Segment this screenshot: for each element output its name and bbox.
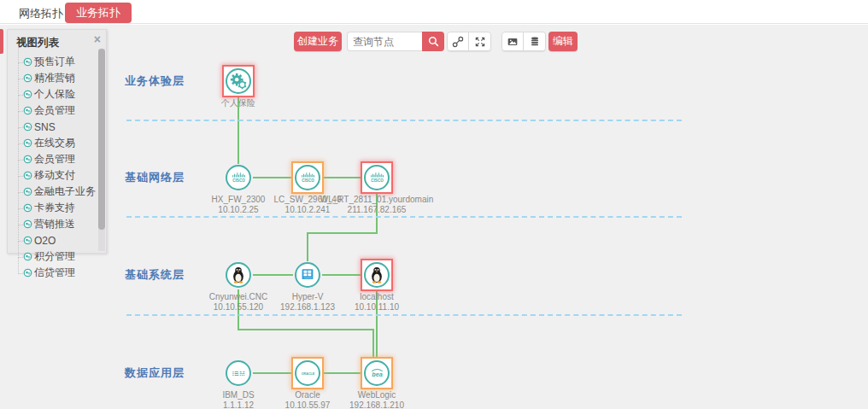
node-list-button[interactable] <box>524 32 546 51</box>
fullscreen-icon <box>473 35 487 49</box>
linux-icon <box>226 262 251 288</box>
view-list-item-label: 个人保险 <box>34 87 75 102</box>
view-list-item-label: SNS <box>34 121 56 133</box>
link-mode-button[interactable] <box>447 32 469 51</box>
view-list-item-label: 积分管理 <box>34 249 75 264</box>
view-list-item[interactable]: 营销推送 <box>16 216 106 232</box>
edit-button[interactable]: 编辑 <box>548 32 578 51</box>
view-list-item[interactable]: 积分管理 <box>16 248 106 265</box>
view-list-item-label: 预售订单 <box>34 55 75 69</box>
svg-text:CISCO: CISCO <box>232 178 245 183</box>
topology-node-ibm-ds[interactable]: IBM <box>224 359 253 388</box>
topology-node-personal-insurance[interactable] <box>222 65 255 97</box>
svg-text:Windows: Windows <box>303 277 312 279</box>
export-image-button[interactable] <box>501 32 524 51</box>
oracle-icon: ORACLE <box>295 360 320 386</box>
view-list-item-label: 会员管理 <box>34 152 75 167</box>
view-icon <box>23 73 32 83</box>
topology-node-weblogic[interactable]: bea <box>361 357 393 389</box>
view-icon <box>23 138 32 148</box>
layer-label: 业务体验层 <box>125 73 185 89</box>
topology-node-localhost[interactable] <box>361 259 393 291</box>
view-list-item-label: O2O <box>34 235 56 247</box>
cisco-icon: CISCO <box>295 165 320 190</box>
image-icon <box>506 35 519 49</box>
view-icon <box>23 187 32 196</box>
svg-text:CISCO: CISCO <box>371 178 384 183</box>
node-label: WebLogic192.168.1.210 <box>304 390 449 409</box>
cisco-icon: CISCO <box>226 165 251 190</box>
left-accent-strip <box>0 29 3 54</box>
topology-canvas[interactable]: 业务体验层基础网络层基础系统层数据应用层个人保险CISCOHX_FW_23001… <box>0 25 868 409</box>
link-icon <box>451 35 465 49</box>
view-list-item[interactable]: 个人保险 <box>16 86 106 102</box>
view-list-item-label: 营销推送 <box>34 217 75 231</box>
view-icon <box>23 106 32 115</box>
top-tab-bar: 网络拓扑 业务拓扑 <box>0 0 868 24</box>
node-label: Cnyunwei.CNC10.10.55.120 <box>166 292 311 313</box>
bea-icon: bea <box>364 360 390 386</box>
node-label: 个人保险 <box>166 98 311 108</box>
view-list-item-label: 金融电子业务 <box>34 184 96 199</box>
view-icon <box>23 268 32 278</box>
layer-separator <box>126 120 682 121</box>
view-list-panel: 视图列表 × 预售订单精准营销个人保险会员管理SNS在线交易会员管理移动支付金融… <box>7 29 107 254</box>
node-search <box>347 32 444 51</box>
view-icon <box>23 219 32 229</box>
view-list-item[interactable]: 预售订单 <box>16 54 106 70</box>
cisco-icon: CISCO <box>364 165 390 190</box>
view-list-item-label: 移动支付 <box>34 168 75 183</box>
view-icon <box>23 122 32 131</box>
view-list-item[interactable]: 移动支付 <box>16 167 106 184</box>
view-icon <box>23 252 32 261</box>
view-list-item[interactable]: 精准营销 <box>16 70 106 86</box>
view-list-item[interactable]: SNS <box>16 119 106 135</box>
view-list-item-label: 卡券支持 <box>34 201 75 215</box>
sidebar-scrollbar-thumb[interactable] <box>98 49 105 230</box>
topology-node-oracle[interactable]: ORACLE <box>291 357 324 389</box>
windows-icon: Windows <box>295 262 320 288</box>
view-list-item[interactable]: 信贷管理 <box>16 265 106 281</box>
sidebar-scrollbar-track <box>98 49 105 251</box>
view-list-item-label: 精准营销 <box>34 71 75 85</box>
ibm-icon: IBM <box>226 360 251 386</box>
topology-node-lc-sw-2960[interactable]: CISCO <box>291 161 324 194</box>
layer-label: 基础系统层 <box>125 267 185 283</box>
svg-text:ORACLE: ORACLE <box>301 372 314 376</box>
view-icon <box>23 90 32 99</box>
search-input[interactable] <box>347 32 422 51</box>
node-label: localhost10.10.11.10 <box>304 292 449 313</box>
search-button[interactable] <box>422 32 444 51</box>
close-icon[interactable]: × <box>94 32 101 46</box>
gear-icon <box>226 68 251 94</box>
tab-business-topology[interactable]: 业务拓扑 <box>65 3 132 23</box>
database-icon <box>528 35 542 49</box>
view-list-item[interactable]: 金融电子业务 <box>16 184 106 200</box>
view-list-item[interactable]: 会员管理 <box>16 151 106 167</box>
view-list-item-label: 会员管理 <box>34 103 75 118</box>
topology-node-cnyunwei-cnc[interactable] <box>224 260 253 289</box>
view-list-item[interactable]: 在线交易 <box>16 135 106 151</box>
search-icon <box>427 35 440 48</box>
tab-network-topology[interactable]: 网络拓扑 <box>19 6 63 21</box>
create-business-button[interactable]: 创建业务 <box>294 32 342 51</box>
topology-node-hx-fw-2300[interactable]: CISCO <box>224 163 253 192</box>
svg-text:IBM: IBM <box>232 370 244 377</box>
view-list-item[interactable]: O2O <box>16 232 106 248</box>
fullscreen-button[interactable] <box>469 32 491 51</box>
view-list-item[interactable]: 卡券支持 <box>16 200 106 216</box>
view-list-item-label: 信贷管理 <box>34 266 75 280</box>
view-icon <box>23 57 32 67</box>
view-list-item[interactable]: 会员管理 <box>16 102 106 119</box>
node-label: IBM_DS1.1.1.12 <box>166 390 311 409</box>
topology-node-wl-rt-2811[interactable]: CISCO <box>361 161 393 194</box>
node-label: Hyper-V192.168.1.123 <box>235 292 380 313</box>
layer-separator <box>126 216 682 218</box>
svg-text:bea: bea <box>372 371 382 378</box>
node-label: LC_SW_2960_4010.10.2.241 <box>235 195 380 215</box>
layer-label: 数据应用层 <box>125 365 185 381</box>
topology-node-hyper-v[interactable]: Windows <box>293 260 322 289</box>
layer-label: 基础网络层 <box>125 170 185 185</box>
view-icon <box>23 203 32 213</box>
view-icon <box>23 236 32 245</box>
